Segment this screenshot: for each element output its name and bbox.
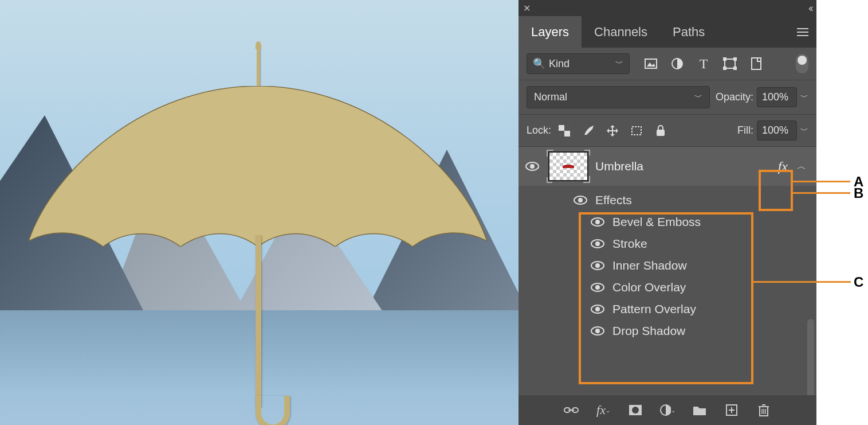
effect-item[interactable]: Inner Shadow bbox=[574, 255, 816, 276]
svg-point-38 bbox=[632, 407, 639, 414]
close-icon[interactable]: ✕ bbox=[523, 3, 531, 14]
filter-adjustment-icon[interactable] bbox=[670, 56, 685, 71]
effects-heading-row[interactable]: Effects bbox=[574, 189, 816, 211]
svg-point-25 bbox=[595, 241, 600, 246]
filter-kind-dropdown[interactable]: 🔍Kind ﹀ bbox=[527, 53, 630, 74]
effect-name: Drop Shadow bbox=[612, 324, 685, 338]
blend-mode-dropdown[interactable]: Normal ﹀ bbox=[527, 86, 710, 108]
svg-rect-9 bbox=[723, 67, 726, 70]
panel-tabs: Layers Channels Paths bbox=[519, 16, 816, 48]
fill-label: Fill: bbox=[737, 124, 753, 137]
visibility-toggle[interactable] bbox=[591, 239, 607, 248]
lock-artboard-icon[interactable] bbox=[629, 123, 644, 138]
visibility-toggle[interactable] bbox=[591, 326, 607, 336]
effect-item[interactable]: Pattern Overlay bbox=[574, 298, 816, 320]
link-layers-icon[interactable] bbox=[563, 402, 579, 418]
fill-stepper[interactable]: ﹀ bbox=[800, 126, 808, 136]
svg-point-27 bbox=[595, 263, 600, 268]
umbrella-artwork bbox=[29, 40, 487, 419]
chevron-down-icon: ﹀ bbox=[694, 92, 702, 103]
effect-name: Color Overlay bbox=[612, 280, 686, 294]
layers-list: Umbrella fx ︿ Effects Bevel & Emboss Str… bbox=[519, 147, 816, 349]
effects-collapse-toggle[interactable]: ︿ bbox=[797, 161, 810, 173]
filter-row: 🔍Kind ﹀ T bbox=[519, 48, 816, 80]
tab-layers[interactable]: Layers bbox=[519, 16, 582, 48]
effect-name: Bevel & Emboss bbox=[612, 215, 701, 229]
layer-style-icon[interactable]: fx⌄ bbox=[595, 402, 611, 418]
panel-menu-icon[interactable] bbox=[789, 16, 816, 48]
effect-item[interactable]: Drop Shadow bbox=[574, 320, 816, 342]
opacity-stepper[interactable]: ﹀ bbox=[800, 92, 808, 103]
annotation-leader-line bbox=[753, 281, 851, 283]
svg-rect-14 bbox=[564, 125, 570, 131]
svg-rect-17 bbox=[657, 130, 665, 136]
effects-list: Effects Bevel & Emboss Stroke Inner Shad… bbox=[519, 186, 816, 349]
svg-rect-7 bbox=[723, 57, 726, 61]
fill-input[interactable]: 100% bbox=[757, 120, 797, 141]
effect-item[interactable]: Color Overlay bbox=[574, 276, 816, 298]
opacity-label: Opacity: bbox=[716, 91, 753, 103]
annotation-leader-line bbox=[793, 181, 850, 182]
adjustment-layer-icon[interactable]: ⌄ bbox=[659, 402, 675, 418]
annotation-label-b: B bbox=[854, 185, 863, 201]
lock-position-icon[interactable] bbox=[605, 123, 620, 138]
svg-rect-12 bbox=[559, 125, 564, 131]
visibility-toggle[interactable] bbox=[591, 217, 607, 227]
lock-label: Lock: bbox=[527, 124, 551, 137]
svg-point-19 bbox=[530, 164, 535, 169]
layer-name[interactable]: Umbrella bbox=[595, 159, 643, 173]
svg-rect-16 bbox=[632, 127, 641, 135]
search-icon: 🔍 bbox=[533, 57, 545, 70]
new-layer-icon[interactable] bbox=[724, 402, 740, 418]
svg-rect-10 bbox=[733, 67, 737, 70]
visibility-toggle[interactable] bbox=[574, 196, 590, 205]
blend-mode-value: Normal bbox=[534, 91, 567, 103]
svg-point-29 bbox=[595, 285, 600, 290]
opacity-input[interactable]: 100% bbox=[757, 87, 797, 107]
blend-row: Normal ﹀ Opacity: 100% ﹀ bbox=[519, 80, 816, 115]
annotation-leader-line bbox=[793, 192, 850, 194]
layer-mask-icon[interactable] bbox=[627, 402, 643, 418]
lock-all-icon[interactable] bbox=[653, 123, 668, 138]
filter-toggle[interactable] bbox=[796, 54, 808, 73]
delete-layer-icon[interactable] bbox=[756, 402, 772, 418]
lock-row: Lock: Fill: 100% ﹀ bbox=[519, 115, 816, 147]
effect-item[interactable]: Bevel & Emboss bbox=[574, 211, 816, 233]
effects-heading: Effects bbox=[595, 193, 632, 207]
svg-rect-13 bbox=[564, 131, 570, 137]
visibility-toggle[interactable] bbox=[591, 261, 607, 270]
visibility-toggle[interactable] bbox=[525, 162, 541, 171]
lock-pixels-icon[interactable] bbox=[581, 123, 596, 138]
svg-rect-3 bbox=[645, 59, 657, 68]
visibility-toggle[interactable] bbox=[591, 283, 607, 292]
collapse-icon[interactable]: ‹‹ bbox=[808, 2, 812, 14]
tab-paths[interactable]: Paths bbox=[660, 16, 717, 48]
svg-point-21 bbox=[578, 198, 583, 202]
svg-marker-4 bbox=[647, 63, 655, 67]
tab-channels[interactable]: Channels bbox=[582, 16, 660, 48]
annotation-label-c: C bbox=[854, 274, 863, 290]
filter-shape-icon[interactable] bbox=[722, 56, 737, 71]
filter-smartobject-icon[interactable] bbox=[749, 56, 764, 71]
chevron-down-icon: ﹀ bbox=[615, 59, 623, 69]
effect-name: Pattern Overlay bbox=[612, 302, 696, 316]
effect-item[interactable]: Stroke bbox=[574, 233, 816, 255]
umbrella-canopy bbox=[29, 86, 487, 247]
layers-panel: ✕ ‹‹ Layers Channels Paths 🔍Kind ﹀ T Nor… bbox=[519, 0, 816, 425]
filter-type-icon[interactable]: T bbox=[696, 56, 711, 71]
layer-row-umbrella[interactable]: Umbrella fx ︿ bbox=[519, 147, 816, 186]
layer-thumbnail[interactable] bbox=[548, 151, 588, 181]
fx-indicator[interactable]: fx bbox=[776, 159, 790, 174]
filter-pixel-icon[interactable] bbox=[643, 56, 658, 71]
canvas-viewport bbox=[0, 0, 519, 425]
svg-point-33 bbox=[595, 329, 600, 333]
filter-kind-label: Kind bbox=[549, 58, 569, 70]
svg-rect-15 bbox=[559, 131, 564, 137]
group-icon[interactable] bbox=[692, 402, 708, 418]
visibility-toggle[interactable] bbox=[591, 305, 607, 314]
lock-transparency-icon[interactable] bbox=[557, 123, 572, 138]
panel-titlebar[interactable]: ✕ ‹‹ bbox=[519, 0, 816, 16]
svg-point-31 bbox=[595, 307, 600, 311]
svg-rect-11 bbox=[752, 58, 761, 69]
effect-name: Inner Shadow bbox=[612, 259, 687, 272]
